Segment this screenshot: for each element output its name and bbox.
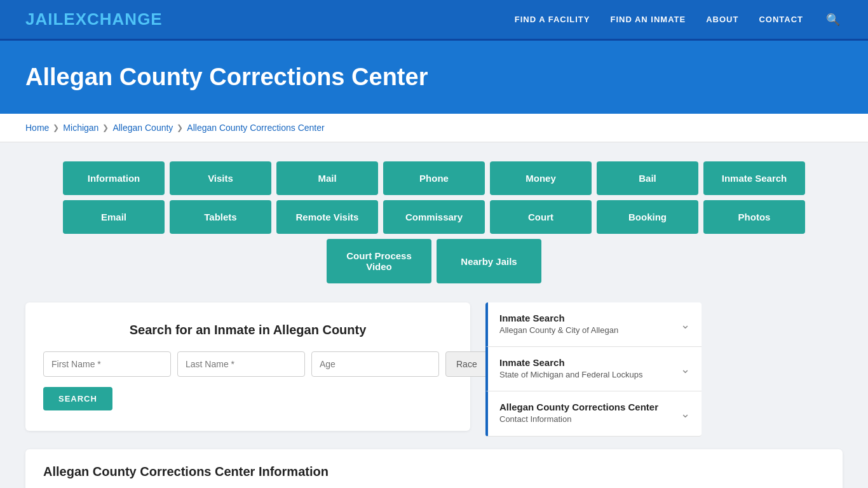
tile-phone[interactable]: Phone xyxy=(383,161,485,195)
sidebar-item-local-search[interactable]: Inmate Search Allegan County & City of A… xyxy=(485,302,702,347)
search-button[interactable]: SEARCH xyxy=(43,387,112,410)
tile-court[interactable]: Court xyxy=(490,200,592,234)
chevron-down-icon-3: ⌄ xyxy=(681,407,690,421)
tile-tablets[interactable]: Tablets xyxy=(170,200,271,234)
sidebar-item-state-text: Inmate Search State of Michigan and Fede… xyxy=(499,357,642,381)
age-input[interactable] xyxy=(311,351,439,377)
sidebar: Inmate Search Allegan County & City of A… xyxy=(485,302,702,437)
tiles-row-2: Email Tablets Remote Visits Commissary C… xyxy=(25,200,843,234)
tile-email[interactable]: Email xyxy=(63,200,165,234)
breadcrumb-current[interactable]: Allegan County Corrections Center xyxy=(187,123,324,133)
nav-find-inmate[interactable]: FIND AN INMATE xyxy=(610,15,686,24)
page-title: Allegan County Corrections Center xyxy=(25,64,843,91)
tile-inmate-search[interactable]: Inmate Search xyxy=(703,161,805,195)
sidebar-item-state-title: Inmate Search xyxy=(499,357,642,368)
sidebar-item-state-subtitle: State of Michigan and Federal Lockups xyxy=(499,369,642,381)
sidebar-item-local-title: Inmate Search xyxy=(499,313,618,323)
breadcrumb-allegan-county[interactable]: Allegan County xyxy=(112,123,173,133)
breadcrumb-home[interactable]: Home xyxy=(25,123,49,133)
nav-find-facility[interactable]: FIND A FACILITY xyxy=(515,15,590,24)
breadcrumb-sep-1: ❯ xyxy=(53,123,59,132)
sidebar-item-contact-info[interactable]: Allegan County Corrections Center Contac… xyxy=(485,391,702,436)
logo-exchange: EXCHANGE xyxy=(64,10,162,29)
search-fields: Race White Black Hispanic Asian Other xyxy=(43,351,452,377)
sidebar-item-local-text: Inmate Search Allegan County & City of A… xyxy=(499,313,618,336)
nav-contact[interactable]: CONTACT xyxy=(759,15,803,24)
tile-commissary[interactable]: Commissary xyxy=(383,200,485,234)
content-row: Search for an Inmate in Allegan County R… xyxy=(25,302,843,437)
sidebar-item-contact-title: Allegan County Corrections Center xyxy=(499,402,658,412)
logo-jail: JAIL xyxy=(25,10,64,29)
tile-mail[interactable]: Mail xyxy=(276,161,378,195)
nav-about[interactable]: ABOUT xyxy=(706,15,738,24)
sidebar-item-contact-subtitle: Contact Information xyxy=(499,414,658,425)
tile-remote-visits[interactable]: Remote Visits xyxy=(276,200,378,234)
first-name-input[interactable] xyxy=(43,351,171,377)
tile-bail[interactable]: Bail xyxy=(597,161,698,195)
main-nav: FIND A FACILITY FIND AN INMATE ABOUT CON… xyxy=(515,10,843,29)
tile-court-process-video[interactable]: Court Process Video xyxy=(327,239,431,283)
chevron-down-icon-2: ⌄ xyxy=(681,362,690,376)
hero-banner: Allegan County Corrections Center xyxy=(0,41,868,114)
tile-money[interactable]: Money xyxy=(490,161,592,195)
chevron-down-icon-1: ⌄ xyxy=(681,318,690,332)
header-search-button[interactable]: 🔍 xyxy=(824,10,843,29)
main-content: Information Visits Mail Phone Money Bail… xyxy=(0,142,868,488)
tiles-grid: Information Visits Mail Phone Money Bail… xyxy=(25,161,843,283)
tile-booking[interactable]: Booking xyxy=(597,200,698,234)
last-name-input[interactable] xyxy=(177,351,305,377)
header: JAILEXCHANGE FIND A FACILITY FIND AN INM… xyxy=(0,0,868,41)
tile-nearby-jails[interactable]: Nearby Jails xyxy=(437,239,541,283)
tile-information[interactable]: Information xyxy=(63,161,165,195)
logo[interactable]: JAILEXCHANGE xyxy=(25,10,163,29)
breadcrumb: Home ❯ Michigan ❯ Allegan County ❯ Alleg… xyxy=(0,114,868,142)
tile-photos[interactable]: Photos xyxy=(703,200,805,234)
search-title: Search for an Inmate in Allegan County xyxy=(43,323,452,337)
tile-visits[interactable]: Visits xyxy=(170,161,271,195)
breadcrumb-michigan[interactable]: Michigan xyxy=(63,123,98,133)
bottom-title: Allegan County Corrections Center Inform… xyxy=(43,464,825,479)
inmate-search-box: Search for an Inmate in Allegan County R… xyxy=(25,302,470,431)
sidebar-item-local-subtitle: Allegan County & City of Allegan xyxy=(499,325,618,336)
sidebar-item-contact-text: Allegan County Corrections Center Contac… xyxy=(499,402,658,425)
tiles-row-3: Court Process Video Nearby Jails xyxy=(25,239,843,283)
breadcrumb-sep-2: ❯ xyxy=(102,123,109,132)
breadcrumb-sep-3: ❯ xyxy=(177,123,183,132)
tiles-row-1: Information Visits Mail Phone Money Bail… xyxy=(25,161,843,195)
sidebar-item-state-search[interactable]: Inmate Search State of Michigan and Fede… xyxy=(485,347,702,391)
bottom-info-section: Allegan County Corrections Center Inform… xyxy=(25,449,843,488)
